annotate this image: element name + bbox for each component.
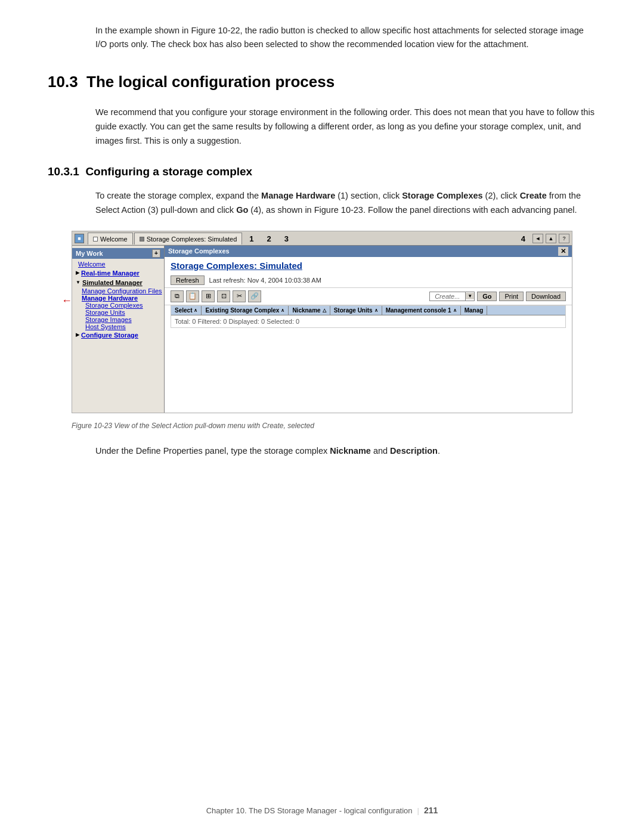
screenshot: ■ Welcome Storage Complexes: Simulated 1… [72, 231, 572, 413]
tab-storage-complexes[interactable]: Storage Complexes: Simulated [134, 233, 243, 244]
arrow-indicator: ← [61, 295, 72, 307]
storage-units-label[interactable]: Storage Units [85, 309, 125, 316]
storage-complexes-label[interactable]: Storage Complexes [85, 302, 143, 309]
tab-controls: ◄ ▲ ? [532, 234, 569, 243]
toolbar: ⧉ 📋 ⊞ ⊡ ✂ 🔗 Create... ▼ Go Print Downloa… [165, 288, 572, 305]
config-files-label[interactable]: Manage Configuration Files [82, 287, 162, 295]
action-select[interactable]: Create... ▼ [429, 292, 475, 301]
tool-copy-icon[interactable]: ⧉ [171, 290, 184, 302]
tab-bar: ■ Welcome Storage Complexes: Simulated 1… [72, 231, 572, 246]
figure-caption: Figure 10-23 View of the Select Action p… [72, 422, 572, 430]
tool-grid-icon[interactable]: ⊞ [202, 290, 215, 302]
page-footer: Chapter 10. The DS Storage Manager - log… [0, 806, 644, 815]
col-nickname: Nickname △ [289, 306, 330, 315]
after-figure-text: Under the Define Properties panel, type … [95, 444, 596, 459]
data-table: Select ∧ Existing Storage Complex ∧ Nick… [171, 305, 566, 328]
action-dropdown-icon[interactable]: ▼ [466, 293, 474, 299]
expand-icon-configure: ▶ [76, 332, 79, 337]
panel-header-title: Storage Complexes [168, 247, 230, 255]
main-area: My Work + Welcome ▶ Real-time Manager ▼ … [72, 246, 572, 413]
sidebar-item-storage-complexes[interactable]: Storage Complexes [72, 302, 164, 309]
manage-hardware-label[interactable]: Manage Hardware [82, 295, 138, 302]
section-title: 10.3 The logical configuration process [48, 73, 596, 91]
tool-paste-icon[interactable]: 📋 [186, 290, 199, 302]
sidebar-item-storage-images[interactable]: Storage Images [72, 316, 164, 323]
sidebar-item-manage-hardware[interactable]: Manage Hardware ← [72, 295, 164, 302]
footer-page-number: 211 [424, 806, 438, 815]
tool-filter-icon[interactable]: ⊡ [217, 290, 230, 302]
sidebar-item-storage-units[interactable]: Storage Units [72, 309, 164, 316]
col-manag: Manag [461, 306, 488, 315]
app-icon: ■ [75, 234, 84, 243]
collapse-icon-simulated: ▼ [76, 280, 80, 285]
subsection-body: To create the storage complex, expand th… [95, 189, 596, 218]
tab-storage-label: Storage Complexes: Simulated [147, 236, 237, 243]
tool-scissors-icon[interactable]: ✂ [233, 290, 246, 302]
tab-dot-welcome [93, 237, 98, 241]
sidebar: My Work + Welcome ▶ Real-time Manager ▼ … [72, 246, 165, 413]
col-storage-units: Storage Units ∧ [330, 306, 382, 315]
print-button[interactable]: Print [499, 292, 524, 301]
refresh-bar: Refresh Last refresh: Nov 4, 2004 10:03:… [165, 273, 572, 288]
refresh-timestamp: Last refresh: Nov 4, 2004 10:03:38 AM [209, 277, 321, 284]
sidebar-title: My Work [76, 250, 103, 257]
tool-link-icon[interactable]: 🔗 [248, 290, 261, 302]
col-select: Select ∧ [171, 306, 202, 315]
tab-welcome-label: Welcome [100, 236, 128, 243]
expand-icon-realtime: ▶ [76, 270, 79, 275]
intro-paragraph: In the example shown in Figure 10-22, th… [95, 24, 596, 51]
table-body: Total: 0 Filtered: 0 Displayed: 0 Select… [171, 315, 565, 327]
sidebar-item-simulated[interactable]: ▼ Simulated Manager [72, 278, 164, 287]
ctrl-back-icon[interactable]: ◄ [532, 234, 543, 243]
go-button[interactable]: Go [477, 292, 497, 301]
tab-number-2: 2 [261, 234, 277, 243]
sidebar-item-configure-storage[interactable]: ▶ Configure Storage [72, 330, 164, 340]
sidebar-header: My Work + [72, 248, 164, 259]
col-mgmt-console: Management console 1 ∧ [382, 306, 461, 315]
panel-close-button[interactable]: ✕ [558, 247, 568, 256]
refresh-button[interactable]: Refresh [171, 275, 205, 285]
tab-number-4: 4 [515, 234, 531, 243]
download-button[interactable]: Download [526, 292, 566, 301]
action-value: Create... [430, 292, 466, 301]
sidebar-item-config-files[interactable]: Manage Configuration Files [72, 287, 164, 295]
configure-storage-label[interactable]: Configure Storage [81, 332, 138, 339]
section-body: We recommend that you configure your sto… [95, 106, 596, 148]
footer-text: Chapter 10. The DS Storage Manager - log… [206, 806, 413, 815]
host-systems-label[interactable]: Host Systems [85, 323, 126, 330]
table-header-row: Select ∧ Existing Storage Complex ∧ Nick… [171, 306, 565, 315]
panel-title: Storage Complexes: Simulated [165, 257, 572, 273]
storage-images-label[interactable]: Storage Images [85, 316, 132, 323]
sidebar-add-button[interactable]: + [152, 249, 160, 258]
ctrl-up-icon[interactable]: ▲ [546, 234, 556, 243]
sidebar-item-host-systems[interactable]: Host Systems [72, 323, 164, 330]
table-summary: Total: 0 Filtered: 0 Displayed: 0 Select… [171, 315, 565, 327]
tab-number-3: 3 [278, 234, 295, 243]
subsection-title: 10.3.1 Configuring a storage complex [48, 165, 596, 178]
tab-number-1: 1 [243, 234, 259, 243]
sidebar-item-welcome[interactable]: Welcome [72, 260, 164, 268]
col-existing: Existing Storage Complex ∧ [202, 306, 289, 315]
tab-welcome[interactable]: Welcome [88, 233, 133, 244]
ctrl-help-icon[interactable]: ? [559, 234, 569, 243]
right-panel: Storage Complexes ✕ Storage Complexes: S… [165, 246, 572, 413]
tab-dot-storage [140, 237, 144, 241]
simulated-label[interactable]: Simulated Manager [82, 279, 143, 286]
panel-header: Storage Complexes ✕ [165, 246, 572, 257]
sidebar-item-realtime[interactable]: ▶ Real-time Manager [72, 268, 164, 278]
realtime-label[interactable]: Real-time Manager [81, 270, 140, 277]
